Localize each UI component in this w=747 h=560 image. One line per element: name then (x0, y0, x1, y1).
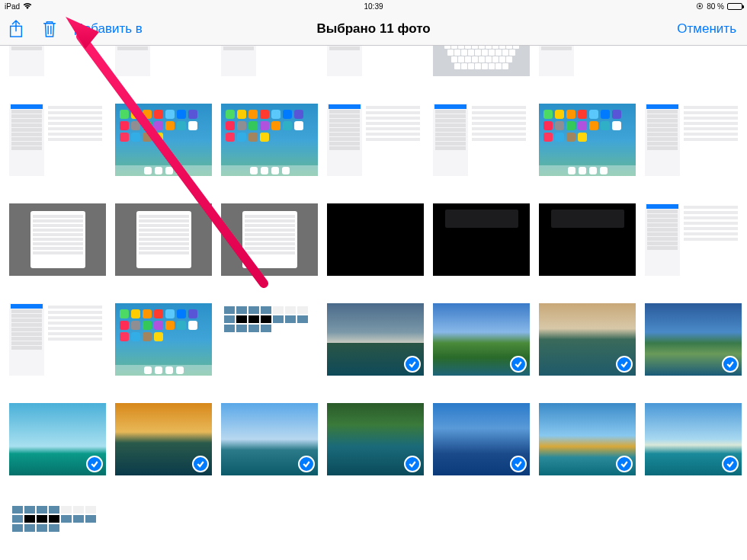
photo-thumbnail[interactable] (645, 403, 742, 475)
photo-thumbnail[interactable] (433, 46, 530, 76)
status-time: 10:39 (364, 2, 383, 11)
battery-icon (727, 3, 742, 10)
selection-check-icon (298, 456, 315, 472)
selection-check-icon (86, 456, 103, 472)
photo-thumbnail[interactable] (539, 203, 636, 276)
wifi-icon (23, 3, 32, 10)
photo-thumbnail[interactable] (645, 203, 742, 276)
photo-thumbnail[interactable] (9, 104, 106, 176)
selection-check-icon (404, 356, 421, 373)
photo-thumbnail[interactable] (539, 403, 636, 475)
photo-thumbnail[interactable] (327, 203, 424, 276)
selection-check-icon (192, 456, 209, 472)
photo-row (9, 503, 738, 541)
photo-row (9, 46, 738, 76)
photo-thumbnail[interactable] (327, 104, 424, 176)
photo-thumbnail[interactable] (327, 46, 424, 76)
photo-thumbnail[interactable] (539, 46, 636, 76)
photo-row (9, 104, 738, 176)
svg-rect-1 (699, 5, 701, 7)
trash-icon[interactable] (41, 19, 58, 39)
battery-pct: 80 % (707, 2, 724, 11)
photo-row (9, 203, 738, 276)
photo-thumbnail[interactable] (9, 46, 106, 76)
photo-thumbnail[interactable] (645, 303, 742, 376)
photo-thumbnail[interactable] (539, 104, 636, 176)
photo-thumbnail[interactable] (115, 203, 212, 276)
selection-check-icon (404, 456, 421, 472)
photo-thumbnail[interactable] (433, 104, 530, 176)
selection-check-icon (510, 356, 527, 373)
photo-thumbnail[interactable] (9, 203, 106, 276)
selection-check-icon (510, 456, 527, 472)
photo-thumbnail[interactable] (115, 303, 212, 376)
add-to-button[interactable]: Добавить в (75, 21, 143, 37)
photo-thumbnail[interactable] (433, 403, 530, 475)
photo-thumbnail[interactable] (645, 104, 742, 176)
photo-thumbnail[interactable] (433, 303, 530, 376)
selection-check-icon (616, 456, 633, 472)
photo-thumbnail[interactable] (9, 503, 106, 541)
photo-thumbnail[interactable] (539, 303, 636, 376)
selection-check-icon (722, 456, 739, 472)
selection-check-icon (616, 356, 633, 373)
photo-row (9, 303, 738, 376)
photo-thumbnail[interactable] (115, 46, 212, 76)
device-label: iPad (5, 2, 20, 11)
photo-thumbnail[interactable] (327, 403, 424, 475)
rotation-lock-icon (696, 2, 704, 10)
photo-grid (0, 46, 747, 541)
photo-thumbnail[interactable] (115, 403, 212, 475)
cancel-button[interactable]: Отменить (677, 21, 736, 36)
photo-thumbnail[interactable] (221, 303, 318, 376)
photo-thumbnail[interactable] (221, 104, 318, 176)
photo-thumbnail[interactable] (115, 104, 212, 176)
selection-check-icon (722, 356, 739, 373)
photo-row (9, 403, 738, 475)
photo-thumbnail[interactable] (221, 403, 318, 475)
photo-thumbnail[interactable] (9, 403, 106, 475)
photo-thumbnail[interactable] (221, 203, 318, 276)
photo-thumbnail[interactable] (9, 303, 106, 376)
status-bar: iPad 10:39 80 % (0, 0, 747, 12)
photo-thumbnail[interactable] (327, 303, 424, 376)
nav-bar: Добавить в Выбрано 11 фото Отменить (0, 12, 747, 46)
photo-thumbnail[interactable] (433, 203, 530, 276)
share-icon[interactable] (8, 19, 24, 39)
photo-thumbnail[interactable] (221, 46, 318, 76)
nav-title: Выбрано 11 фото (316, 21, 430, 37)
